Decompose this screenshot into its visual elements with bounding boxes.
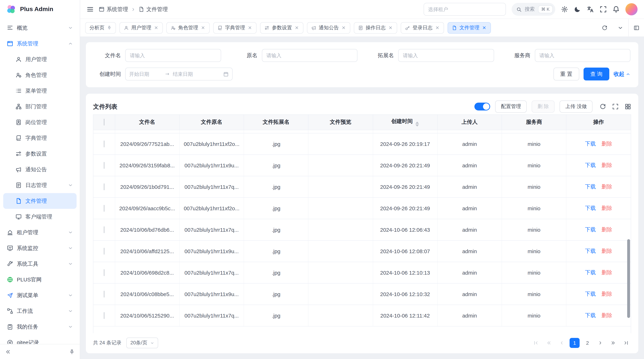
sidebar-item-user-manage[interactable]: 用户管理 [3,51,76,67]
page-button-1[interactable]: 1 [570,338,580,348]
close-icon[interactable] [388,25,393,30]
delete-link[interactable]: 删除 [602,269,612,275]
row-checkbox[interactable] [104,205,104,212]
page-button-2[interactable]: 2 [582,338,592,348]
sidebar-item-dict-manage[interactable]: 字典管理 [3,130,76,146]
column-settings-grid-icon[interactable] [625,103,631,110]
notifications-bell-icon[interactable] [612,6,620,13]
sidebar-item-plus-site[interactable]: PLUS官网 [3,272,76,288]
filter-input[interactable] [262,49,358,62]
sidebar-item-menu-manage[interactable]: 菜单管理 [3,83,76,99]
row-checkbox[interactable] [104,269,104,276]
sidebar-item-post-manage[interactable]: 岗位管理 [3,114,76,130]
sidebar-item-system-tools[interactable]: 系统工具 [3,256,76,272]
tab-file[interactable]: 文件管理 [448,22,491,33]
delete-link[interactable]: 删除 [602,205,612,211]
sidebar-item-file-manage[interactable]: 文件管理 [3,193,76,209]
tab-oper-log[interactable]: 操作日志 [354,22,397,33]
global-search[interactable]: 搜索 ⌘ K [512,3,555,16]
sidebar-item-param-setting[interactable]: 参数设置 [3,146,76,162]
download-link[interactable]: 下载 [585,269,596,275]
select-all-header[interactable] [94,115,115,130]
config-manage-button[interactable]: 配置管理 [495,100,527,113]
sidebar-item-system-manage[interactable]: 系统管理 [3,36,76,51]
sidebar-item-overview[interactable]: 概览 [3,20,76,36]
tab-actions-dropdown[interactable] [612,19,628,36]
tab-user[interactable]: 用户管理 [120,22,163,33]
dark-mode-moon-icon[interactable] [574,6,581,13]
download-link[interactable]: 下载 [585,140,596,146]
download-link[interactable]: 下载 [585,312,596,318]
pin-sidebar-icon[interactable] [69,349,75,355]
tab-analysis[interactable]: 分析页 [85,22,116,33]
breadcrumb-item[interactable]: 系统管理 [99,6,128,13]
delete-link[interactable]: 删除 [602,226,612,232]
sidebar-item-my-tasks[interactable]: 我的任务 [3,319,76,335]
sidebar-item-workflow[interactable]: 工作流 [3,303,76,319]
download-link[interactable]: 下载 [585,205,596,211]
sidebar-item-dept-manage[interactable]: 部门管理 [3,99,76,114]
row-checkbox[interactable] [104,226,104,233]
last-page-button[interactable] [621,338,631,348]
row-checkbox[interactable] [104,291,104,297]
close-icon[interactable] [154,25,158,30]
end-date-input[interactable] [173,71,206,77]
sidebar-item-gitee-log[interactable]: gitee记录 [3,335,76,344]
sidebar-item-role-manage[interactable]: 角色管理 [3,67,76,83]
download-link[interactable]: 下载 [585,162,596,168]
jump-forward-button[interactable] [608,338,618,348]
pin-icon[interactable] [107,25,112,30]
refresh-tab-button[interactable] [597,19,612,36]
tab-login-log[interactable]: 登录日志 [401,22,444,33]
layout-toggle-button[interactable] [628,19,644,36]
settings-gear-icon[interactable] [561,6,568,13]
delete-link[interactable]: 删除 [602,291,612,297]
select-all-checkbox[interactable] [104,119,104,126]
table-scrollbar[interactable] [627,239,630,318]
refresh-table-icon[interactable] [600,103,606,110]
close-icon[interactable] [248,25,252,30]
close-icon[interactable] [341,25,346,30]
tab-notice[interactable]: 通知公告 [307,22,350,33]
sidebar-item-log-manage[interactable]: 日志管理 [3,177,76,193]
prev-page-button[interactable] [557,338,567,348]
download-link[interactable]: 下载 [585,183,596,189]
row-checkbox[interactable] [104,248,104,254]
jump-back-button[interactable] [544,338,554,348]
sidebar-item-client-manage[interactable]: 客户端管理 [3,209,76,225]
close-icon[interactable] [201,25,205,30]
sidebar-item-tenant-manage[interactable]: 租户管理 [3,225,76,240]
breadcrumb-item[interactable]: 文件管理 [138,6,168,13]
hamburger-icon[interactable] [86,6,94,13]
delete-link[interactable]: 删除 [602,248,612,254]
page-size-select[interactable]: 20条/页 [126,338,158,348]
next-page-button[interactable] [595,338,605,348]
tab-dict[interactable]: 字典管理 [213,22,256,33]
download-link[interactable]: 下载 [585,291,596,297]
first-page-button[interactable] [531,338,541,348]
fullscreen-table-icon[interactable] [612,103,618,110]
collapse-sidebar-button[interactable] [5,349,11,355]
delete-link[interactable]: 删除 [602,140,612,146]
filter-input[interactable] [535,49,630,62]
row-checkbox[interactable] [104,140,104,147]
sidebar-item-system-monitor[interactable]: 系统监控 [3,240,76,256]
reset-button[interactable]: 重 置 [553,68,579,80]
brand-logo[interactable]: Plus Admin [0,0,80,18]
start-date-input[interactable] [129,71,162,77]
tab-role[interactable]: 角色管理 [166,22,210,33]
delete-link[interactable]: 删除 [602,312,612,318]
sidebar-item-notice[interactable]: 通知公告 [3,162,76,177]
search-button[interactable]: 查 询 [584,68,609,80]
close-icon[interactable] [435,25,440,30]
row-checkbox[interactable] [104,183,104,190]
row-checkbox[interactable] [104,312,104,319]
sidebar-item-test-menu[interactable]: 测试菜单 [3,288,76,303]
search-panel-toggle[interactable] [474,103,490,110]
sort-carets-icon[interactable] [415,122,419,127]
date-range-picker[interactable] [125,68,232,80]
delete-link[interactable]: 删除 [602,183,612,189]
upload-button[interactable]: 上传 没做 [560,100,592,113]
column-header[interactable]: 创建时间 [373,115,437,130]
delete-link[interactable]: 删除 [602,162,612,168]
